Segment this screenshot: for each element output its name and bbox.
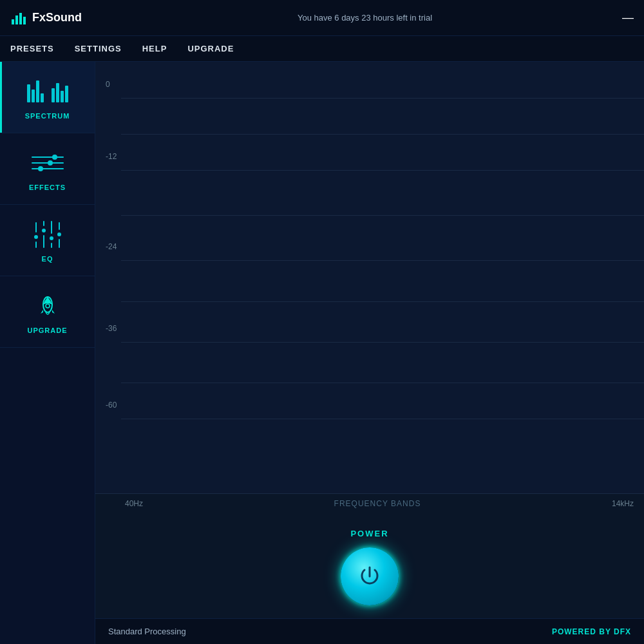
effects-icon (28, 149, 67, 177)
nav-settings[interactable]: SETTINGS (75, 44, 122, 53)
powered-by-dfx: POWERED BY DFX (552, 627, 631, 636)
spectrum-display: 0 -12 -24 -36 -60 (95, 62, 644, 513)
sidebar: SPECTRUM EFFECTS (0, 62, 95, 644)
minimize-button[interactable]: — (622, 11, 634, 24)
sidebar-item-spectrum[interactable]: SPECTRUM (0, 62, 95, 133)
power-button[interactable] (341, 547, 399, 605)
effects-label: EFFECTS (29, 184, 66, 191)
freq-axis: 40Hz FREQUENCY BANDS 14kHz (95, 493, 644, 513)
freq-center-label: FREQUENCY BANDS (334, 499, 421, 508)
sidebar-item-upgrade[interactable]: UPGRADE (0, 276, 95, 348)
grid-label-12: -12 (106, 152, 117, 161)
logo: FxSound (10, 9, 82, 27)
sidebar-item-effects[interactable]: EFFECTS (0, 133, 95, 205)
trial-message: You have 6 days 23 hours left in trial (108, 13, 622, 23)
grid-line-mid3 (121, 301, 644, 302)
content-area: 0 -12 -24 -36 -60 (95, 62, 644, 644)
spectrum-label: SPECTRUM (25, 112, 70, 120)
logo-text: FxSound (32, 11, 82, 24)
nav-help[interactable]: HELP (142, 44, 167, 53)
svg-rect-3 (23, 17, 26, 24)
power-label: POWER (350, 529, 388, 538)
grid-label-36: -36 (106, 324, 117, 333)
processing-status: Standard Processing (108, 627, 186, 636)
eq-label: EQ (42, 255, 53, 263)
upgrade-label: UPGRADE (27, 327, 67, 334)
grid-label-60: -60 (106, 401, 117, 410)
spectrum-icon (28, 77, 67, 106)
power-symbol-icon (357, 564, 383, 589)
svg-rect-2 (19, 13, 22, 24)
header: FxSound You have 6 days 23 hours left in… (0, 0, 644, 36)
grid-line-60 (121, 419, 644, 419)
status-bar: Standard Processing POWERED BY DFX (95, 618, 644, 644)
grid-line-mid2 (121, 215, 644, 216)
freq-max-label: 14kHz (612, 499, 634, 508)
grid-line-mid1 (121, 134, 644, 135)
svg-rect-0 (12, 19, 14, 24)
main-content: SPECTRUM EFFECTS (0, 62, 644, 644)
grid-label-24: -24 (106, 242, 117, 251)
sidebar-item-eq[interactable]: EQ (0, 205, 95, 276)
active-indicator (0, 62, 2, 133)
grid-line-0 (121, 98, 644, 99)
power-section: POWER (95, 513, 644, 618)
freq-min-label: 40Hz (125, 499, 143, 508)
logo-icon (10, 9, 28, 27)
grid-line-12 (121, 170, 644, 171)
grid-line-mid4 (121, 383, 644, 383)
nav-upgrade[interactable]: UPGRADE (187, 44, 234, 53)
grid-line-24 (121, 260, 644, 261)
grid-label-0: 0 (106, 80, 110, 89)
grid-line-36 (121, 342, 644, 343)
eq-icon (28, 220, 67, 249)
svg-rect-1 (15, 15, 18, 24)
nav-bar: PRESETS SETTINGS HELP UPGRADE (0, 36, 644, 62)
svg-point-5 (46, 304, 50, 308)
nav-presets[interactable]: PRESETS (10, 44, 54, 53)
upgrade-icon (28, 292, 67, 320)
